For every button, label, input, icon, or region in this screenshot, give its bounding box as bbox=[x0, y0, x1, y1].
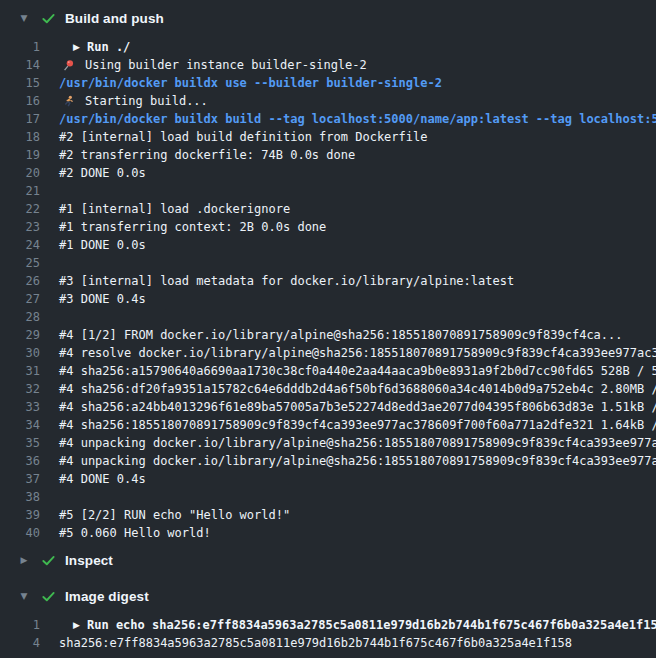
check-icon bbox=[40, 588, 56, 604]
line-number[interactable]: 4 bbox=[0, 634, 40, 652]
line-content: #5 [2/2] RUN echo "Hello world!" bbox=[59, 506, 290, 524]
chevron-down-icon[interactable]: ▼ bbox=[18, 592, 30, 601]
line-text: #3 DONE 0.4s bbox=[59, 290, 146, 308]
line-number[interactable]: 19 bbox=[0, 146, 40, 164]
line-content: #4 sha256:a24bb4013296f61e89ba57005a7b3e… bbox=[59, 398, 656, 416]
line-text: /usr/bin/docker buildx build --tag local… bbox=[59, 110, 656, 128]
line-text: #4 [1/2] FROM docker.io/library/alpine@s… bbox=[59, 326, 623, 344]
chevron-down-icon[interactable]: ▼ bbox=[18, 14, 30, 23]
log-line: 22 #1 [internal] load .dockerignore bbox=[0, 200, 656, 218]
line-number[interactable]: 24 bbox=[0, 236, 40, 254]
line-content: #4 sha256:a15790640a6690aa1730c38cf0a440… bbox=[59, 362, 656, 380]
line-number[interactable]: 25 bbox=[0, 254, 40, 272]
line-text: #4 DONE 0.4s bbox=[59, 470, 146, 488]
line-content: #4 unpacking docker.io/library/alpine@sh… bbox=[59, 434, 656, 452]
log-line: 18 #2 [internal] load build definition f… bbox=[0, 128, 656, 146]
step-header-image-digest[interactable]: ▼ Image digest bbox=[0, 578, 656, 614]
log-line: 32 #4 sha256:df20fa9351a15782c64e6dddb2d… bbox=[0, 380, 656, 398]
line-text: #1 transferring context: 2B 0.0s done bbox=[59, 218, 326, 236]
log-line: 29 #4 [1/2] FROM docker.io/library/alpin… bbox=[0, 326, 656, 344]
play-icon[interactable]: ▶ bbox=[73, 616, 86, 634]
line-number[interactable]: 20 bbox=[0, 164, 40, 182]
line-number[interactable]: 29 bbox=[0, 326, 40, 344]
log-line: 35 #4 unpacking docker.io/library/alpine… bbox=[0, 434, 656, 452]
line-content: ▶Run echo sha256:e7ff8834a5963a2785c5a08… bbox=[59, 616, 656, 634]
line-text: #4 unpacking docker.io/library/alpine@sh… bbox=[59, 434, 656, 452]
check-icon bbox=[40, 10, 56, 26]
line-number[interactable]: 37 bbox=[0, 470, 40, 488]
line-number[interactable]: 14 bbox=[0, 56, 40, 74]
line-number[interactable]: 33 bbox=[0, 398, 40, 416]
line-number[interactable]: 34 bbox=[0, 416, 40, 434]
log-line: 17 /usr/bin/docker buildx build --tag lo… bbox=[0, 110, 656, 128]
line-number[interactable]: 26 bbox=[0, 272, 40, 290]
line-content: #4 [1/2] FROM docker.io/library/alpine@s… bbox=[59, 326, 623, 344]
line-text: #5 0.060 Hello world! bbox=[59, 524, 211, 542]
line-number[interactable]: 22 bbox=[0, 200, 40, 218]
line-number[interactable]: 23 bbox=[0, 218, 40, 236]
log-line: 34 #4 sha256:185518070891758909c9f839cf4… bbox=[0, 416, 656, 434]
line-content: #2 transferring dockerfile: 74B 0.0s don… bbox=[59, 146, 355, 164]
log-line: 25 bbox=[0, 254, 656, 272]
step-header-build-and-push[interactable]: ▼ Build and push bbox=[0, 0, 656, 36]
line-text: Run echo sha256:e7ff8834a5963a2785c5a081… bbox=[87, 616, 656, 634]
log-line: 14 Using builder instance builder-single… bbox=[0, 56, 656, 74]
line-number[interactable]: 39 bbox=[0, 506, 40, 524]
line-number[interactable]: 35 bbox=[0, 434, 40, 452]
line-number[interactable]: 31 bbox=[0, 362, 40, 380]
line-content: #3 [internal] load metadata for docker.i… bbox=[59, 272, 514, 290]
line-number[interactable]: 38 bbox=[0, 488, 40, 506]
log-line: 38 bbox=[0, 488, 656, 506]
step-header-inspect[interactable]: ▶ Inspect bbox=[0, 542, 656, 578]
log-line: 1 ▶Run ./ bbox=[0, 38, 656, 56]
line-text: #2 [internal] load build definition from… bbox=[59, 128, 427, 146]
log-line: 28 bbox=[0, 308, 656, 326]
line-content: Using builder instance builder-single-2 bbox=[59, 56, 367, 74]
line-content: #4 sha256:df20fa9351a15782c64e6dddb2d4a6… bbox=[59, 380, 656, 398]
line-number[interactable]: 36 bbox=[0, 452, 40, 470]
log-section: ▶ Inspect bbox=[0, 542, 656, 578]
line-text: #1 DONE 0.0s bbox=[59, 236, 146, 254]
line-number[interactable]: 27 bbox=[0, 290, 40, 308]
log-line: 23 #1 transferring context: 2B 0.0s done bbox=[0, 218, 656, 236]
line-content: #1 transferring context: 2B 0.0s done bbox=[59, 218, 326, 236]
log-line: 1 ▶Run echo sha256:e7ff8834a5963a2785c5a… bbox=[0, 616, 656, 634]
line-text: sha256:e7ff8834a5963a2785c5a0811e979d16b… bbox=[59, 634, 572, 652]
line-content: #4 DONE 0.4s bbox=[59, 470, 146, 488]
runner-icon bbox=[62, 95, 75, 108]
line-number[interactable]: 15 bbox=[0, 74, 40, 92]
actions-log-viewer: ▼ Build and push 1 ▶Run ./ 14 Using buil… bbox=[0, 0, 656, 652]
line-content: #4 sha256:185518070891758909c9f839cf4ca3… bbox=[59, 416, 656, 434]
log-line: 39 #5 [2/2] RUN echo "Hello world!" bbox=[0, 506, 656, 524]
line-number[interactable]: 28 bbox=[0, 308, 40, 326]
line-number[interactable]: 1 bbox=[0, 38, 40, 56]
step-log-lines: 1 ▶Run ./ 14 Using builder instance buil… bbox=[0, 36, 656, 542]
line-number[interactable]: 30 bbox=[0, 344, 40, 362]
log-line: 20 #2 DONE 0.0s bbox=[0, 164, 656, 182]
line-number[interactable]: 18 bbox=[0, 128, 40, 146]
step-title: Inspect bbox=[65, 553, 113, 568]
line-number[interactable]: 21 bbox=[0, 182, 40, 200]
pushpin-icon bbox=[62, 59, 75, 72]
log-line: 27 #3 DONE 0.4s bbox=[0, 290, 656, 308]
play-icon[interactable]: ▶ bbox=[73, 38, 86, 56]
line-content: #3 DONE 0.4s bbox=[59, 290, 146, 308]
line-content: #4 resolve docker.io/library/alpine@sha2… bbox=[59, 344, 656, 362]
line-text: #2 transferring dockerfile: 74B 0.0s don… bbox=[59, 146, 355, 164]
line-text: Starting build... bbox=[85, 92, 208, 110]
chevron-right-icon[interactable]: ▶ bbox=[18, 556, 30, 565]
line-text: #4 unpacking docker.io/library/alpine@sh… bbox=[59, 452, 656, 470]
line-number[interactable]: 32 bbox=[0, 380, 40, 398]
line-number[interactable]: 16 bbox=[0, 92, 40, 110]
line-text: Using builder instance builder-single-2 bbox=[85, 56, 367, 74]
log-line: 4 sha256:e7ff8834a5963a2785c5a0811e979d1… bbox=[0, 634, 656, 652]
log-line: 31 #4 sha256:a15790640a6690aa1730c38cf0a… bbox=[0, 362, 656, 380]
step-title: Build and push bbox=[65, 11, 164, 26]
line-number[interactable]: 1 bbox=[0, 616, 40, 634]
line-content: #5 0.060 Hello world! bbox=[59, 524, 211, 542]
line-number[interactable]: 17 bbox=[0, 110, 40, 128]
check-icon bbox=[40, 552, 56, 568]
line-number[interactable]: 40 bbox=[0, 524, 40, 542]
line-text: #5 [2/2] RUN echo "Hello world!" bbox=[59, 506, 290, 524]
log-line: 36 #4 unpacking docker.io/library/alpine… bbox=[0, 452, 656, 470]
